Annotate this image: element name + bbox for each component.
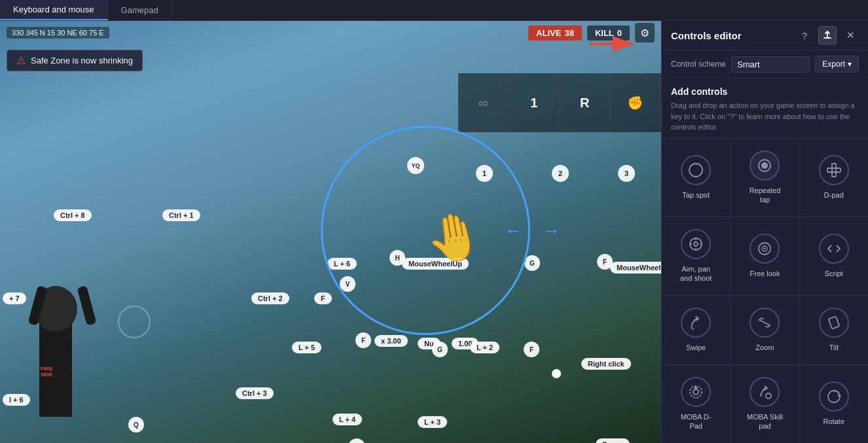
inv-infinity: ∞ — [458, 73, 509, 132]
zoom-label: Zoom — [755, 343, 774, 352]
kill-stat: KILL 0 — [587, 26, 630, 41]
control-moba-skill[interactable]: MOBA Skillpad — [731, 365, 799, 443]
add-controls-title: Add controls — [671, 86, 859, 97]
gesture-arrows: ← → — [504, 221, 560, 241]
control-swipe[interactable]: Swipe — [662, 296, 730, 364]
settings-button[interactable]: ⚙ — [635, 23, 655, 43]
panel-title: Controls editor — [671, 30, 742, 41]
key-l6b[interactable]: l + 6 — [3, 394, 30, 406]
key-ctrl1[interactable]: Ctrl + 1 — [162, 209, 200, 221]
swipe-label: Swipe — [686, 343, 706, 352]
compass: 330 345 N 15 30 NE 60 75 E — [7, 27, 109, 39]
add-controls-section: Add controls Drag and drop an action on … — [662, 79, 868, 139]
inv-slot1: 1 — [509, 73, 560, 132]
panel-help-button[interactable]: ? — [796, 27, 813, 44]
key-l3[interactable]: L + 3 — [418, 416, 447, 428]
key-l5[interactable]: L + 5 — [292, 342, 321, 353]
control-script[interactable]: Script — [800, 217, 868, 295]
panel-close-button[interactable]: ✕ — [842, 27, 859, 44]
svg-point-8 — [694, 242, 698, 246]
warning-icon: ⚠ — [16, 54, 26, 67]
control-tap-spot[interactable]: Tap spot — [662, 139, 730, 217]
key-plus7[interactable]: + 7 — [3, 292, 26, 304]
key-l4[interactable]: L + 4 — [333, 414, 362, 425]
tab-keyboard[interactable]: Keyboard and mouse — [0, 0, 108, 20]
arrow-left-icon: ← — [504, 221, 522, 241]
d-pad-label: D-pad — [824, 190, 844, 200]
svg-point-18 — [693, 389, 698, 395]
key-q1[interactable]: Q — [128, 417, 144, 433]
script-icon — [819, 234, 849, 264]
d-pad-icon — [819, 155, 849, 185]
tab-bar: Keyboard and mouse Gamepad — [0, 0, 868, 21]
main-area: 330 345 N 15 30 NE 60 75 E ALIVE 38 KILL… — [0, 21, 868, 443]
key-rightclick[interactable]: Right click — [581, 358, 631, 370]
key-f3[interactable]: F — [355, 332, 371, 348]
add-controls-desc: Drag and drop an action on your game scr… — [671, 100, 859, 133]
control-aim-pan[interactable]: Aim, panand shoot — [662, 217, 730, 295]
scheme-select[interactable]: Smart Classic Custom — [731, 56, 810, 73]
repeated-tap-icon — [750, 151, 780, 181]
control-zoom[interactable]: Zoom — [731, 296, 799, 364]
tab-gamepad[interactable]: Gamepad — [108, 0, 172, 20]
aim-pan-icon — [681, 229, 711, 259]
controls-panel: Controls editor ? ✕ Control scheme Smart… — [661, 21, 868, 443]
safe-zone-warning: ⚠ Safe Zone is now shrinking — [7, 50, 143, 71]
control-tilt[interactable]: Tilt — [800, 296, 868, 364]
panel-export-icon-button[interactable] — [818, 26, 837, 44]
control-moba-dpad[interactable]: MOBA D-Pad — [662, 365, 730, 443]
moba-skill-icon — [750, 377, 780, 407]
arrow-right-icon: → — [542, 221, 560, 241]
panel-header-icons: ? ✕ — [796, 26, 859, 44]
key-g1[interactable]: G — [524, 255, 540, 271]
control-scheme-row: Control scheme Smart Classic Custom Expo… — [662, 50, 868, 79]
gesture-dot — [552, 369, 561, 378]
svg-marker-22 — [837, 394, 841, 397]
free-look-label: Free look — [750, 269, 780, 278]
inventory-strip: ∞ 1 R ✊ — [458, 73, 661, 132]
zoom-icon — [750, 308, 780, 338]
export-chevron-icon: ▾ — [848, 60, 852, 69]
key-ctrl8[interactable]: Ctrl + 8 — [54, 209, 92, 221]
control-rotate[interactable]: Rotate — [800, 365, 868, 443]
key-f4[interactable]: F — [524, 342, 539, 357]
key-ctrl2[interactable]: Ctrl + 2 — [251, 292, 289, 304]
control-repeated-tap[interactable]: Repeatedtap — [731, 139, 799, 217]
swipe-icon — [681, 308, 711, 338]
aim-pan-label: Aim, panand shoot — [680, 264, 712, 283]
export-button[interactable]: Export ▾ — [815, 56, 859, 73]
character-silhouette: FIRESIDE — [20, 286, 98, 417]
key-l2[interactable]: L + 2 — [470, 342, 499, 353]
svg-point-20 — [766, 393, 771, 399]
key-x300[interactable]: x 3.00 — [374, 335, 408, 347]
tilt-icon — [819, 308, 849, 338]
moba-skill-label: MOBA Skillpad — [747, 412, 783, 431]
svg-rect-6 — [827, 168, 841, 172]
key-mousedown[interactable]: MouseWheelDown — [610, 262, 661, 274]
moba-dpad-label: MOBA D-Pad — [681, 412, 711, 431]
key-f1[interactable]: F — [314, 292, 332, 304]
svg-point-15 — [764, 248, 766, 250]
num-circle-3: 3 — [618, 165, 635, 182]
rotate-icon — [819, 381, 849, 412]
control-d-pad[interactable]: D-pad — [800, 139, 868, 217]
key-g2[interactable]: G — [432, 342, 448, 357]
tilt-label: Tilt — [829, 343, 839, 352]
key-ctrl3[interactable]: Ctrl + 3 — [236, 387, 274, 399]
rotate-label: Rotate — [823, 417, 844, 426]
repeated-tap-label: Repeatedtap — [750, 186, 781, 205]
game-viewport: 330 345 N 15 30 NE 60 75 E ALIVE 38 KILL… — [0, 21, 661, 443]
gesture-hand-icon: 🤚 — [422, 206, 487, 269]
tap-spot-icon — [681, 155, 711, 185]
script-label: Script — [825, 269, 843, 278]
hud-stats: ALIVE 38 KILL 0 ⚙ — [528, 23, 655, 43]
alive-stat: ALIVE 38 — [528, 26, 582, 41]
inv-fist: ✊ — [611, 73, 662, 132]
num-circle-2: 2 — [552, 165, 569, 182]
moba-dpad-icon — [681, 377, 711, 407]
tap-spot-label: Tap spot — [682, 190, 710, 200]
key-space[interactable]: Space — [596, 438, 630, 443]
num-circle-1: 1 — [476, 165, 493, 182]
control-free-look[interactable]: Free look — [731, 217, 799, 295]
svg-point-4 — [761, 162, 768, 169]
